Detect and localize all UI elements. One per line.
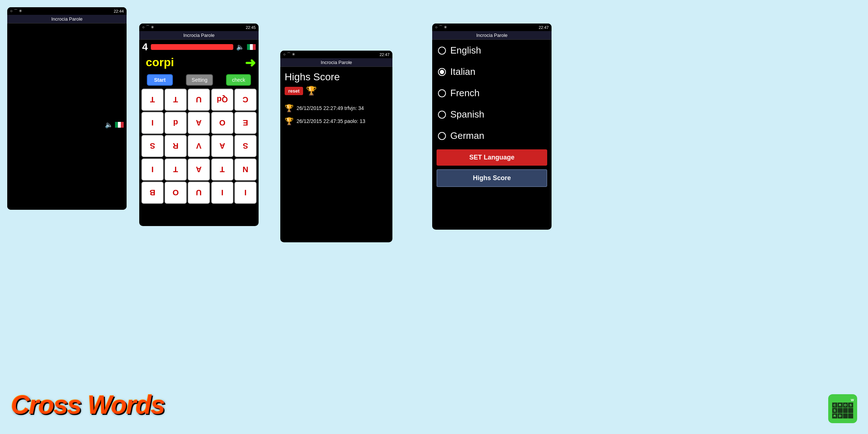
letter-cell-16[interactable]: T — [165, 158, 187, 180]
app-title-4: Incrocia Parole — [432, 31, 552, 40]
app-icon-empty1 — [838, 408, 843, 413]
status-bar-3: ○ ⌒ ✳ 22:47 — [280, 51, 392, 58]
score-text-2: 26/12/2015 22:47:35 paolo: 13 — [297, 118, 365, 124]
app-icon-empty2 — [843, 408, 848, 413]
letter-cell-14[interactable]: S — [234, 135, 256, 157]
score-text-1: 26/12/2015 22:27:49 trfvjn: 34 — [297, 105, 364, 111]
speaker-icon-1: 🔈 — [105, 121, 113, 129]
app-icon-empty5 — [848, 413, 853, 418]
letter-cell-22[interactable]: U — [188, 182, 210, 204]
status-time-3: 22:47 — [379, 52, 390, 57]
app-icon-c: C — [832, 403, 837, 408]
lang-option-german[interactable]: German — [432, 125, 552, 146]
trophy-icon: 🏆 — [306, 86, 317, 96]
lang-option-french[interactable]: French — [432, 82, 552, 104]
check-button-2[interactable]: check — [226, 74, 251, 86]
letter-cell-8[interactable]: O — [211, 112, 233, 134]
lang-option-english[interactable]: English — [432, 40, 552, 61]
status-time-2: 22:45 — [246, 25, 256, 30]
score-number: 4 — [142, 41, 148, 53]
radio-german — [438, 132, 446, 140]
letter-cell-10[interactable]: S — [141, 135, 163, 157]
score-bar: 4 🔈 — [139, 40, 259, 54]
highs-score-button[interactable]: Highs Score — [437, 169, 547, 187]
setting-button-2[interactable]: Setting — [186, 74, 213, 86]
lang-label-french: French — [450, 88, 480, 99]
radio-italian — [438, 68, 446, 76]
letter-cell-24[interactable]: I — [234, 182, 256, 204]
app-icon-r2: R — [832, 413, 837, 418]
app-icon-o: O — [843, 403, 848, 408]
trophy-icon-2: 🏆 — [285, 117, 294, 125]
screen2: ○ ⌒ ✳ 22:45 Incrocia Parole 4 🔈 corpi ➜ … — [139, 24, 259, 226]
word-display: corpi — [142, 54, 178, 71]
status-time-4: 22:47 — [539, 25, 549, 30]
letter-cell-19[interactable]: N — [234, 158, 256, 180]
app-icon: W C R O S S R D — [828, 394, 857, 423]
app-icon-w: W — [828, 398, 857, 402]
status-left-1: ○ ⌒ ✳ — [10, 8, 22, 14]
letter-cell-18[interactable]: T — [211, 158, 233, 180]
app-icon-empty3 — [848, 408, 853, 413]
lang-label-german: German — [450, 130, 484, 141]
status-left-2: ○ ⌒ ✳ — [142, 25, 154, 30]
app-title-1: Incrocia Parole — [7, 15, 127, 24]
letter-cell-4[interactable]: C — [234, 89, 256, 111]
letter-cell-11[interactable]: R — [165, 135, 187, 157]
status-bar-2: ○ ⌒ ✳ 22:45 — [139, 24, 259, 31]
progress-bar — [151, 44, 233, 50]
letter-cell-20[interactable]: B — [141, 182, 163, 204]
radio-spanish — [438, 111, 446, 119]
letter-cell-17[interactable]: A — [188, 158, 210, 180]
letter-cell-21[interactable]: O — [165, 182, 187, 204]
letter-cell-12[interactable]: V — [188, 135, 210, 157]
app-icon-r1: R — [838, 403, 843, 408]
radio-filled-italian — [440, 70, 444, 74]
letter-cell-3[interactable]: Qd — [211, 89, 233, 111]
lang-option-italian[interactable]: Italian — [432, 61, 552, 82]
highs-controls: reset 🏆 — [280, 86, 392, 100]
status-time-1: 22:44 — [114, 9, 124, 13]
letter-cell-13[interactable]: A — [211, 135, 233, 157]
status-bar-4: ○ ⌒ ✳ 22:47 — [432, 24, 552, 31]
app-icon-d: D — [838, 413, 843, 418]
letter-grid: TTUQdCIdAOESRVASITATNBOUII — [139, 87, 259, 205]
arrow-right-icon-2: ➜ — [245, 55, 256, 71]
reset-button[interactable]: reset — [285, 87, 303, 95]
speaker-icon-2: 🔈 — [236, 43, 244, 51]
letter-cell-23[interactable]: I — [211, 182, 233, 204]
set-language-button[interactable]: SET Language — [437, 149, 547, 166]
letter-cell-0[interactable]: T — [141, 89, 163, 111]
letter-cell-5[interactable]: I — [141, 112, 163, 134]
letter-cell-1[interactable]: T — [165, 89, 187, 111]
highs-score-title: Highs Score — [280, 67, 392, 86]
screen1: ○ ⌒ ✳ 22:44 Incrocia Parole 🔈 shake phon… — [7, 7, 127, 210]
letter-cell-7[interactable]: A — [188, 112, 210, 134]
letter-cell-15[interactable]: I — [141, 158, 163, 180]
app-icon-empty4 — [843, 413, 848, 418]
score-list: 🏆 26/12/2015 22:27:49 trfvjn: 34 🏆 26/12… — [280, 100, 392, 129]
letter-cell-6[interactable]: d — [165, 112, 187, 134]
lang-label-english: English — [450, 45, 481, 56]
lang-label-spanish: Spanish — [450, 109, 484, 120]
lang-option-spanish[interactable]: Spanish — [432, 104, 552, 125]
flag-italy-2 — [247, 44, 256, 50]
screen3: ○ ⌒ ✳ 22:47 Incrocia Parole Highs Score … — [280, 51, 392, 242]
btn-row-2: Start Setting check — [139, 73, 259, 87]
screen4: ○ ⌒ ✳ 22:47 Incrocia Parole English Ital… — [432, 24, 552, 230]
radio-french — [438, 89, 446, 97]
score-item-2: 🏆 26/12/2015 22:47:35 paolo: 13 — [285, 115, 388, 128]
letter-cell-9[interactable]: E — [234, 112, 256, 134]
score-item-1: 🏆 26/12/2015 22:27:49 trfvjn: 34 — [285, 102, 388, 115]
app-icon-s2: S — [832, 408, 837, 413]
letter-cell-2[interactable]: U — [188, 89, 210, 111]
radio-english — [438, 47, 446, 55]
app-title-3: Incrocia Parole — [280, 58, 392, 67]
status-bar-1: ○ ⌒ ✳ 22:44 — [7, 7, 127, 15]
app-icon-s1: S — [848, 403, 853, 408]
status-left-4: ○ ⌒ ✳ — [435, 25, 447, 30]
start-button-2[interactable]: Start — [147, 74, 173, 86]
app-title-2: Incrocia Parole — [139, 31, 259, 40]
top-icons-1: 🔈 — [7, 24, 127, 210]
trophy-icon-1: 🏆 — [285, 104, 294, 112]
